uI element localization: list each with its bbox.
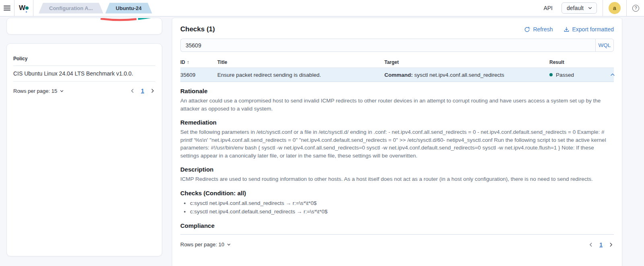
divider [603,0,603,16]
policy-pagination: 1 [130,88,155,94]
api-host-select[interactable]: default [561,2,597,14]
tab-ubuntu-24[interactable]: Ubuntu-24 [105,3,152,14]
rationale-heading: Rationale [180,88,614,94]
refresh-icon [524,27,530,33]
condition-check-item: c:sysctl net.ipv4.conf.default.send_redi… [190,207,614,216]
refresh-button[interactable]: Refresh [524,26,553,33]
chevron-down-icon [60,89,64,93]
checks-condition-heading: Checks (Condition: all) [180,190,614,196]
column-header-target[interactable]: Target [384,59,549,65]
checks-actions: Refresh Export formatted [524,26,614,33]
breadcrumb-tabs: Configuration A... Ubuntu-24 [39,0,152,16]
export-label: Export formatted [572,26,614,33]
collapse-row-button[interactable] [610,72,617,78]
chevron-up-icon [610,72,615,78]
rows-per-page-select[interactable]: Rows per page: 15 [13,88,64,94]
check-result-cell: Passed [549,72,610,78]
policy-table-footer: Rows per page: 15 1 [13,82,155,100]
logo-text: W [19,4,25,12]
tab-label: Configuration A... [49,5,93,11]
chevron-right-icon [150,88,155,94]
wql-button[interactable]: WQL [595,39,614,52]
checks-pagination: 1 [588,241,614,248]
check-details: Rationale An attacker could use a compro… [180,88,614,235]
previous-page-button[interactable] [130,88,135,94]
checks-table-footer: Rows per page: 10 1 [180,235,614,255]
rows-per-page-label: Rows per page: 10 [180,241,224,248]
checks-panel: Checks (1) Refresh Export formatted WQL … [172,18,622,266]
tab-label: Ubuntu-24 [116,5,142,11]
tab-configuration-assessment[interactable]: Configuration A... [39,3,103,14]
checks-header: Checks (1) Refresh Export formatted [180,25,614,33]
donut-chart-fragment [99,18,153,22]
check-target-cell: Command: sysctl net.ipv4.conf.all.send_r… [384,72,549,78]
check-row-35609[interactable]: 35609 Ensure packet redirect sending is … [180,68,614,82]
previous-page-button[interactable] [588,242,594,248]
checks-title: Checks (1) [180,25,215,33]
search-input[interactable] [180,39,595,52]
policy-row[interactable]: CIS Ubuntu Linux 24.04 LTS Benchmark v1.… [13,66,155,82]
export-formatted-button[interactable]: Export formatted [564,26,614,33]
rationale-text: An attacker could use a compromised host… [180,97,614,113]
policy-table-card: Policy CIS Ubuntu Linux 24.04 LTS Benchm… [6,43,162,256]
column-label: Result [549,59,564,65]
column-header-result[interactable]: Result [549,59,610,65]
check-title-cell: Ensure packet redirect sending is disabl… [217,72,384,78]
description-heading: Description [180,166,614,173]
avatar[interactable]: a [609,2,621,14]
app-screen: W. Configuration A... Ubuntu-24 API defa… [0,0,644,266]
policy-column-header: Policy [13,56,155,66]
avatar-initial: a [613,5,616,11]
check-id-cell: 35609 [180,72,217,78]
target-value: sysctl net.ipv4.conf.all.send_redirects [413,72,504,78]
passed-status-dot [549,73,553,76]
page-number-button[interactable]: 1 [599,241,603,248]
next-page-button[interactable] [608,242,614,248]
column-label: ID [180,59,185,65]
api-link[interactable]: API [543,5,553,11]
chevron-left-icon [588,242,594,248]
chevron-down-icon [227,242,231,247]
chevron-right-icon [608,242,614,248]
divider [626,0,627,16]
hamburger-icon [4,4,10,12]
chevron-down-icon [588,6,592,10]
compliance-heading: Compliance [180,222,614,229]
column-header-id[interactable]: ID ↑ [180,59,217,65]
checks-table-header: ID ↑ Title Target Result [180,57,614,68]
sort-ascending-icon: ↑ [187,59,189,65]
api-host-value: default [567,5,584,11]
target-label: Command: [384,72,413,78]
description-text: ICMP Redirects are used to send routing … [180,175,614,183]
result-label: Passed [556,72,574,78]
remediation-text: Set the following parameters in /etc/sys… [180,128,614,160]
help-glyph: ? [634,6,637,10]
rows-per-page-select[interactable]: Rows per page: 10 [180,241,231,248]
refresh-label: Refresh [533,26,553,33]
column-label: Target [384,59,399,65]
column-header-title[interactable]: Title [217,59,384,65]
chevron-left-icon [130,88,135,94]
condition-checks-list: c:sysctl net.ipv4.conf.all.send_redirect… [180,199,614,216]
app-logo[interactable]: W. [14,0,33,16]
condition-check-item: c:sysctl net.ipv4.conf.all.send_redirect… [190,199,614,207]
remediation-heading: Remediation [180,119,614,126]
topbar-right-group: API default a ? [543,0,644,16]
checks-search-bar: WQL [180,39,614,52]
menu-button[interactable] [0,0,14,16]
rows-per-page-label: Rows per page: 15 [13,88,57,94]
next-page-button[interactable] [150,88,155,94]
download-icon [564,27,570,33]
top-navigation-bar: W. Configuration A... Ubuntu-24 API defa… [0,0,644,16]
column-label: Title [217,59,227,65]
logo-dot: . [25,6,29,10]
agent-summary-card [6,18,162,35]
help-icon[interactable]: ? [632,5,639,12]
page-number-button[interactable]: 1 [141,88,144,94]
